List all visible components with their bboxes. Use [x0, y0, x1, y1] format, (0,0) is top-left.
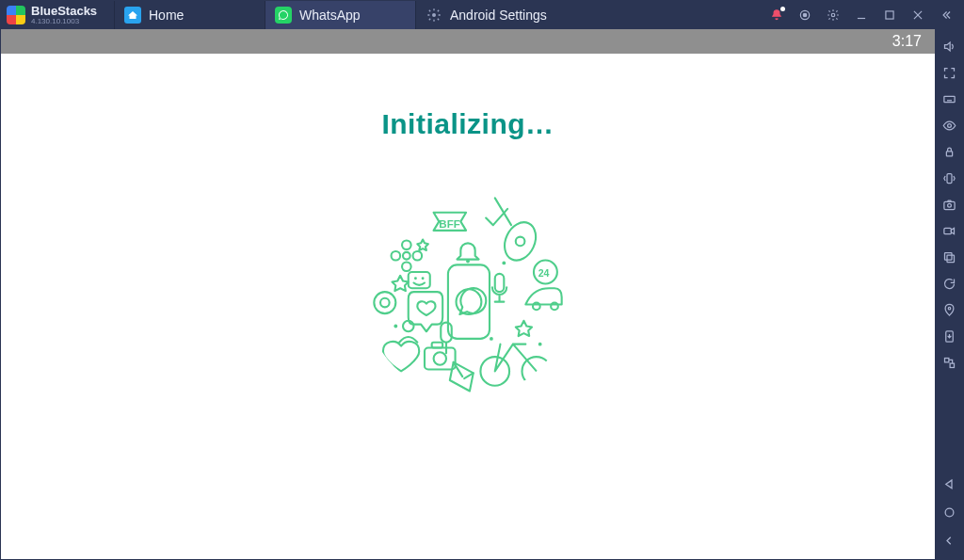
share-button[interactable] — [938, 351, 960, 374]
svg-point-40 — [538, 343, 542, 346]
volume-button[interactable] — [938, 35, 960, 57]
lock-rotation-button[interactable] — [938, 140, 960, 163]
shake-button[interactable] — [938, 167, 960, 189]
tabs: Home WhatsApp Android Settings — [114, 1, 573, 29]
copy-button[interactable] — [938, 246, 960, 268]
svg-rect-58 — [944, 358, 948, 361]
svg-rect-51 — [943, 201, 954, 209]
body: 3:17 Initializing… — [1, 29, 963, 559]
whatsapp-doodle-illustration: BFF — [360, 185, 576, 402]
svg-point-0 — [432, 13, 436, 17]
record-button[interactable] — [792, 1, 818, 29]
svg-rect-23 — [432, 343, 443, 348]
svg-rect-9 — [448, 264, 490, 339]
android-status-bar: 3:17 — [1, 29, 935, 54]
svg-rect-11 — [495, 274, 505, 292]
notification-bell-button[interactable] — [763, 1, 790, 29]
app-window: BlueStacks 4.130.10.1003 Home WhatsApp A… — [0, 0, 964, 560]
location-button[interactable] — [938, 298, 960, 321]
svg-rect-54 — [947, 255, 955, 263]
svg-point-52 — [947, 203, 951, 207]
svg-text:BFF: BFF — [439, 218, 459, 230]
brand-version: 4.130.10.1003 — [31, 18, 97, 25]
android-home-button[interactable] — [938, 501, 960, 523]
tab-android-settings[interactable]: Android Settings — [415, 1, 573, 29]
svg-rect-50 — [947, 173, 952, 183]
svg-point-2 — [803, 13, 807, 17]
svg-point-48 — [947, 123, 951, 127]
svg-point-42 — [403, 321, 414, 332]
svg-rect-55 — [944, 252, 952, 260]
tab-label: Home — [149, 8, 184, 23]
svg-point-19 — [392, 251, 401, 261]
svg-text:24: 24 — [538, 267, 550, 279]
tab-home[interactable]: Home — [114, 1, 265, 29]
bluestacks-logo-icon — [7, 6, 25, 24]
svg-marker-60 — [945, 480, 951, 488]
svg-point-3 — [831, 13, 835, 17]
brand-text: BlueStacks 4.130.10.1003 — [31, 5, 97, 25]
svg-point-33 — [380, 298, 390, 308]
svg-point-35 — [414, 277, 417, 280]
toggle-rail-button[interactable] — [938, 529, 960, 552]
titlebar: BlueStacks 4.130.10.1003 Home WhatsApp A… — [1, 1, 963, 29]
svg-rect-49 — [946, 151, 952, 155]
tab-whatsapp[interactable]: WhatsApp — [265, 1, 415, 29]
svg-rect-59 — [950, 363, 954, 367]
svg-rect-21 — [425, 348, 456, 370]
home-icon — [124, 7, 141, 24]
svg-point-20 — [413, 251, 423, 261]
titlebar-controls — [763, 1, 963, 29]
svg-point-56 — [948, 307, 951, 310]
svg-point-61 — [945, 508, 954, 517]
gear-icon — [426, 7, 442, 24]
initializing-heading: Initializing… — [381, 108, 554, 140]
maximize-button[interactable] — [876, 1, 903, 29]
eye-button[interactable] — [938, 114, 960, 136]
close-button[interactable] — [905, 1, 931, 29]
svg-point-41 — [502, 262, 506, 265]
brand-name: BlueStacks — [31, 5, 97, 17]
svg-rect-26 — [441, 323, 452, 343]
minimize-button[interactable] — [848, 1, 875, 29]
svg-point-39 — [394, 325, 397, 328]
tab-label: WhatsApp — [299, 8, 361, 23]
svg-point-37 — [466, 260, 470, 264]
app-content: Initializing… — [1, 54, 935, 559]
install-apk-button[interactable] — [938, 325, 960, 347]
svg-point-38 — [490, 337, 493, 341]
whatsapp-icon — [275, 7, 292, 24]
svg-rect-43 — [943, 96, 954, 102]
svg-rect-53 — [943, 228, 951, 233]
svg-point-32 — [374, 292, 395, 313]
svg-point-36 — [422, 277, 425, 280]
svg-rect-5 — [886, 11, 893, 19]
settings-button[interactable] — [820, 1, 846, 29]
keyboard-button[interactable] — [938, 88, 960, 110]
tab-label: Android Settings — [450, 8, 547, 23]
record-video-button[interactable] — [938, 219, 960, 242]
fullscreen-button[interactable] — [938, 61, 960, 84]
svg-point-18 — [402, 262, 411, 271]
right-toolbar — [935, 29, 963, 559]
brand-block: BlueStacks 4.130.10.1003 — [1, 1, 114, 29]
svg-point-17 — [402, 240, 411, 249]
status-clock: 3:17 — [892, 33, 922, 50]
nav-buttons — [938, 472, 960, 559]
svg-point-13 — [516, 237, 525, 247]
svg-point-16 — [403, 252, 410, 260]
collapse-sidebar-button[interactable] — [933, 1, 959, 29]
svg-point-12 — [499, 217, 542, 265]
svg-point-22 — [434, 352, 446, 364]
android-back-button[interactable] — [938, 472, 960, 495]
screenshot-button[interactable] — [938, 193, 960, 216]
rotate-button[interactable] — [938, 272, 960, 295]
